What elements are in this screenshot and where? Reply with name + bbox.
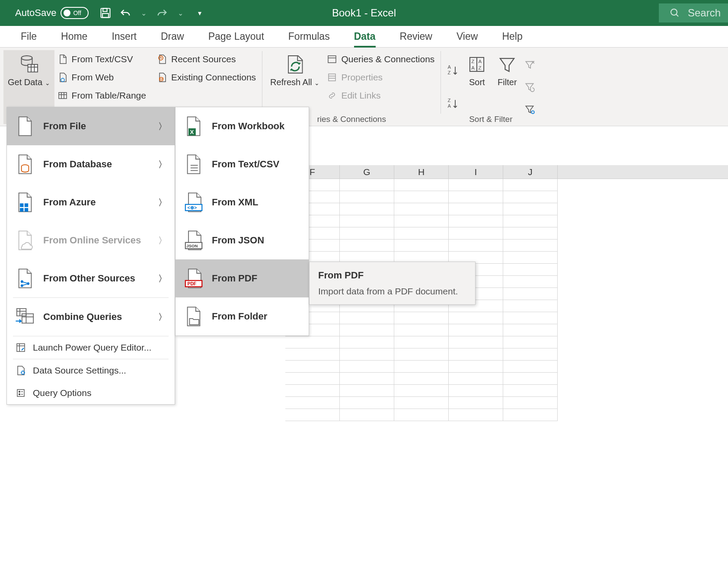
tab-view[interactable]: View <box>444 26 490 47</box>
file-icon <box>57 54 68 65</box>
submenu-from-folder[interactable]: From Folder <box>176 297 309 335</box>
sort-button[interactable]: ZAAZ Sort <box>462 50 492 124</box>
search-box[interactable]: Search <box>659 3 728 22</box>
get-data-label: Get Data ⌄ <box>8 77 50 87</box>
svg-point-41 <box>21 284 23 287</box>
tab-help[interactable]: Help <box>490 26 534 47</box>
links-icon <box>326 90 338 101</box>
menu-from-database[interactable]: From Database 〉 <box>7 145 175 183</box>
col-header[interactable]: I <box>449 165 503 179</box>
menu-from-other-sources[interactable]: From Other Sources 〉 <box>7 259 175 297</box>
advanced-filter-icon[interactable] <box>524 104 535 115</box>
filter-button[interactable]: Filter <box>492 50 522 124</box>
tab-file[interactable]: File <box>9 26 49 47</box>
tab-review[interactable]: Review <box>388 26 444 47</box>
db-icon <box>156 72 168 83</box>
reapply-icon[interactable] <box>524 81 535 93</box>
svg-point-5 <box>21 56 32 60</box>
properties-button[interactable]: Properties <box>324 68 437 86</box>
menu-label: From Online Services <box>43 235 141 246</box>
tab-draw[interactable]: Draw <box>149 26 196 47</box>
ribbon-tabs: File Home Insert Draw Page Layout Formul… <box>0 26 728 48</box>
menu-from-azure[interactable]: From Azure 〉 <box>7 183 175 221</box>
existing-connections-button[interactable]: Existing Connections <box>154 68 259 86</box>
undo-dropdown-icon[interactable]: ⌄ <box>141 9 147 17</box>
toggle-state: Off <box>73 10 81 16</box>
column-headers: F G H I J <box>285 165 728 179</box>
sort-az-icon[interactable]: AZ <box>446 64 460 77</box>
sort-icon: ZAAZ <box>466 54 488 75</box>
text-file-icon <box>183 154 204 175</box>
svg-rect-38 <box>20 208 23 211</box>
autosave-toggle[interactable]: Off <box>61 7 89 19</box>
svg-rect-45 <box>17 309 26 316</box>
sort-az-column: AZ ZA <box>444 50 462 124</box>
recent-sources-button[interactable]: Recent Sources <box>154 50 259 68</box>
window-title: Book1 - Excel <box>332 7 396 19</box>
menu-combine-queries[interactable]: Combine Queries 〉 <box>7 298 175 336</box>
database-icon <box>15 154 35 175</box>
from-web-button[interactable]: From Web <box>54 68 149 86</box>
col-header[interactable]: J <box>503 165 558 179</box>
json-icon: JSON <box>183 230 204 251</box>
menu-query-options[interactable]: Query Options <box>7 382 175 404</box>
qat-customize-icon[interactable]: ▾ <box>198 9 201 17</box>
svg-point-34 <box>532 111 535 114</box>
cells[interactable] <box>285 179 728 575</box>
svg-text:X: X <box>190 129 194 135</box>
svg-text:A: A <box>448 103 451 109</box>
group-label-sort-filter: Sort & Filter <box>441 115 540 124</box>
save-icon[interactable] <box>99 7 112 19</box>
from-text-csv-label: From Text/CSV <box>72 54 133 64</box>
quick-access-toolbar: ⌄ ⌄ ▾ <box>99 7 201 19</box>
redo-dropdown-icon[interactable]: ⌄ <box>178 9 183 17</box>
title-bar: AutoSave Off ⌄ ⌄ ▾ Book1 - Excel Search <box>0 0 728 26</box>
menu-from-online-services[interactable]: From Online Services 〉 <box>7 221 175 259</box>
tab-data[interactable]: Data <box>342 26 388 47</box>
menu-from-file[interactable]: From File 〉 <box>7 107 175 145</box>
submenu-from-xml[interactable]: <⊕> From XML <box>176 183 309 221</box>
edit-links-button[interactable]: Edit Links <box>324 86 437 105</box>
menu-label: From File <box>43 121 86 132</box>
tab-formulas[interactable]: Formulas <box>276 26 342 47</box>
submenu-from-json[interactable]: JSON From JSON <box>176 221 309 259</box>
submenu-label: From Workbook <box>212 121 284 132</box>
queries-icon <box>326 54 338 65</box>
undo-icon[interactable] <box>119 7 131 19</box>
pdf-icon: PDF <box>183 268 204 289</box>
autosave-group: AutoSave Off <box>15 7 89 19</box>
sort-za-icon[interactable]: ZA <box>446 97 460 111</box>
from-text-csv-button[interactable]: From Text/CSV <box>54 50 149 68</box>
filter-icon <box>496 54 518 75</box>
svg-rect-19 <box>329 74 335 81</box>
svg-point-42 <box>27 282 29 285</box>
clear-filter-icon[interactable] <box>524 59 535 70</box>
svg-point-3 <box>671 9 677 15</box>
chevron-right-icon: 〉 <box>158 197 167 208</box>
submenu-from-workbook[interactable]: X From Workbook <box>176 107 309 145</box>
menu-launch-power-query[interactable]: Launch Power Query Editor... <box>7 336 175 359</box>
chevron-right-icon: 〉 <box>158 159 167 170</box>
tab-insert[interactable]: Insert <box>99 26 149 47</box>
queries-connections-label: Queries & Connections <box>341 54 434 64</box>
menu-label: Launch Power Query Editor... <box>33 342 151 353</box>
svg-point-56 <box>19 391 20 393</box>
svg-rect-2 <box>102 13 109 17</box>
tab-home[interactable]: Home <box>49 26 99 47</box>
submenu-from-pdf[interactable]: PDF From PDF <box>176 259 309 297</box>
svg-text:Z: Z <box>448 98 451 103</box>
menu-data-source-settings[interactable]: Data Source Settings... <box>7 359 175 382</box>
svg-text:Z: Z <box>472 59 475 64</box>
col-header[interactable]: H <box>394 165 449 179</box>
web-icon <box>57 72 68 83</box>
from-table-button[interactable]: From Table/Range <box>54 86 149 105</box>
svg-rect-48 <box>22 314 33 323</box>
table-icon <box>57 90 68 101</box>
submenu-from-text-csv[interactable]: From Text/CSV <box>176 145 309 183</box>
col-header[interactable]: G <box>340 165 394 179</box>
queries-connections-button[interactable]: Queries & Connections <box>324 50 437 68</box>
tab-page-layout[interactable]: Page Layout <box>196 26 276 47</box>
redo-icon[interactable] <box>156 7 168 19</box>
azure-icon <box>15 192 35 213</box>
svg-rect-17 <box>328 56 336 63</box>
